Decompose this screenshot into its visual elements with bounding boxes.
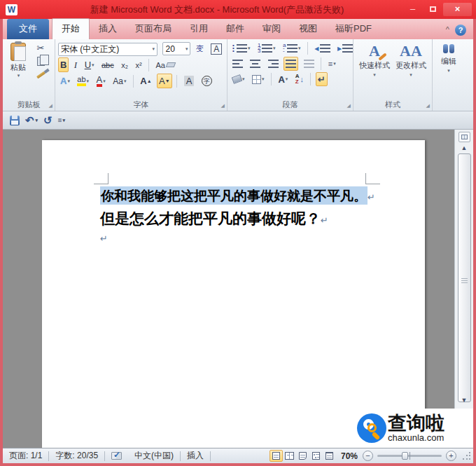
tab-insert[interactable]: 插入 <box>90 19 126 39</box>
font-size-select[interactable]: 20 ▾ <box>162 42 190 55</box>
tab-references[interactable]: 引用 <box>181 19 217 39</box>
subscript-button[interactable]: x₂ <box>119 57 130 72</box>
zoom-slider[interactable] <box>377 455 442 457</box>
resize-grip-icon[interactable] <box>462 451 471 460</box>
shading-button[interactable]: ▾ <box>230 72 247 86</box>
align-right-button[interactable] <box>266 57 281 71</box>
font-color-button[interactable]: A▾ <box>94 74 108 88</box>
editing-button[interactable]: 编辑 ▾ <box>435 41 462 74</box>
view-draft-button[interactable] <box>323 450 336 462</box>
collapse-ribbon-icon[interactable]: ^ <box>440 25 455 39</box>
tab-mailings[interactable]: 邮件 <box>217 19 253 39</box>
language-status[interactable]: 中文(中国) <box>128 448 180 463</box>
tab-file[interactable]: 文件 <box>7 19 49 39</box>
multilevel-list-button[interactable]: a--▾ <box>281 41 303 55</box>
ruler-toggle-button[interactable] <box>458 132 470 142</box>
tab-home[interactable]: 开始 <box>52 18 90 39</box>
insert-mode-status[interactable]: 插入 <box>181 448 210 463</box>
document-line-1[interactable]: 你和我能够把这把平凡的事做好就是不平凡。↵ <box>100 187 375 205</box>
copy-button[interactable] <box>33 55 48 68</box>
text-highlight-button[interactable]: ab▾ <box>75 74 91 88</box>
document-line-2[interactable]: 但是怎么才能把平凡的事做好呢？↵ <box>100 209 328 228</box>
phonetic-guide-icon: 变 <box>196 43 204 54</box>
clipboard-dialog-launcher-icon[interactable]: ◢ <box>49 103 52 109</box>
decrease-indent-button[interactable]: ◀ <box>312 41 332 55</box>
asian-layout-button[interactable]: A▾ <box>276 72 290 86</box>
redo-button[interactable]: ↺ <box>43 114 52 127</box>
italic-button[interactable]: I <box>72 57 79 72</box>
zoom-slider-thumb[interactable] <box>402 452 408 460</box>
bold-button[interactable]: B <box>58 57 69 72</box>
numbering-button[interactable]: 123▾ <box>255 41 278 55</box>
shrink-font-button[interactable]: A▼ <box>157 74 172 88</box>
tab-view[interactable]: 视图 <box>290 19 326 39</box>
cut-button[interactable]: ✂ <box>33 41 48 55</box>
borders-button[interactable]: ▾ <box>250 72 267 86</box>
strikethrough-button[interactable]: abc <box>99 57 116 72</box>
paste-label: 粘贴 <box>6 62 31 73</box>
document-page[interactable]: 你和我能够把这把平凡的事做好就是不平凡。↵ 但是怎么才能把平凡的事做好呢？↵ ↵ <box>42 140 425 448</box>
zoom-out-button[interactable]: − <box>363 451 373 461</box>
selected-text[interactable]: 你和我能够把这把平凡的事做好就是不平凡。 <box>100 186 368 205</box>
character-border-button[interactable]: A <box>209 41 224 56</box>
font-size-dropdown-icon: ▾ <box>186 46 188 52</box>
clear-formatting-button[interactable]: Aa <box>154 57 177 72</box>
quick-styles-button[interactable]: A 快速样式 ▾ <box>356 41 393 99</box>
change-case-button[interactable]: Aa▾ <box>111 74 128 88</box>
scrollbar-thumb[interactable] <box>458 153 471 402</box>
zoom-level[interactable]: 70% <box>336 451 363 461</box>
paste-dropdown-icon[interactable]: ▾ <box>6 73 31 78</box>
grow-font-button[interactable]: A▲ <box>138 74 153 88</box>
close-button[interactable]: × <box>443 3 472 16</box>
vertical-scrollbar[interactable]: ▲ ▼ <box>454 130 473 448</box>
view-fullscreen-reading-button[interactable] <box>283 450 296 462</box>
sort-button[interactable]: AZ↓ <box>293 72 306 86</box>
distribute-button[interactable] <box>302 57 316 71</box>
find-binoculars-icon <box>443 44 454 53</box>
text-effects-button[interactable]: A▾ <box>58 74 72 88</box>
zoom-in-button[interactable]: + <box>446 451 456 461</box>
styles-dialog-launcher-icon[interactable]: ◢ <box>426 103 430 109</box>
view-print-layout-button[interactable] <box>270 450 283 462</box>
underline-button[interactable]: U▾ <box>83 57 97 72</box>
word-count-status[interactable]: 字数: 20/35 <box>49 448 104 463</box>
view-outline-button[interactable] <box>309 450 323 462</box>
enclose-characters-button[interactable]: 字 <box>200 74 214 88</box>
tab-foxit-pdf[interactable]: 福昕PDF <box>326 19 381 39</box>
watermark-url: chaxunla.com <box>388 433 444 443</box>
line-spacing-button[interactable]: ≡▾ <box>326 57 338 71</box>
superscript-button[interactable]: x² <box>133 57 144 72</box>
change-styles-button[interactable]: AA 更改样式 ▾ <box>393 41 429 99</box>
document-line-3[interactable]: ↵ <box>100 231 108 245</box>
draft-icon <box>326 452 333 460</box>
tab-review[interactable]: 审阅 <box>253 19 290 39</box>
customize-qat-icon: ≡ <box>58 116 62 124</box>
format-painter-button[interactable] <box>33 68 48 81</box>
customize-qat-button[interactable]: ≡▾ <box>58 116 65 124</box>
spell-check-status[interactable] <box>105 448 128 463</box>
view-web-layout-button[interactable] <box>296 450 309 462</box>
numbering-icon <box>262 44 272 53</box>
phonetic-guide-button[interactable]: 变 <box>194 41 206 56</box>
justify-button[interactable] <box>284 57 298 71</box>
undo-button[interactable]: ↶▾ <box>25 114 38 127</box>
font-dialog-launcher-icon[interactable]: ◢ <box>221 103 225 109</box>
align-center-button[interactable] <box>248 57 262 71</box>
scroll-up-button[interactable]: ▲ <box>455 144 473 152</box>
font-name-select[interactable]: 宋体 (中文正文) ▾ <box>58 43 158 56</box>
bullets-button[interactable]: •••▾ <box>230 41 253 55</box>
minimize-button[interactable]: – <box>402 3 423 16</box>
character-shading-button[interactable]: A <box>182 74 197 88</box>
tab-page-layout[interactable]: 页面布局 <box>126 19 181 39</box>
help-icon[interactable]: ? <box>455 25 466 36</box>
page-number-status[interactable]: 页面: 1/1 <box>3 448 48 463</box>
paragraph-dialog-launcher-icon[interactable]: ◢ <box>347 103 351 109</box>
decrease-indent-icon: ◀ <box>314 46 318 52</box>
show-hide-marks-button[interactable]: ↵ <box>316 72 328 86</box>
align-left-button[interactable] <box>230 57 245 71</box>
maximize-button[interactable] <box>423 3 443 16</box>
increase-indent-button[interactable]: ▶ <box>335 41 355 55</box>
paste-button[interactable]: 粘贴 ▾ <box>6 41 31 81</box>
scroll-down-button[interactable]: ▼ <box>455 396 473 404</box>
save-button[interactable] <box>10 116 20 125</box>
